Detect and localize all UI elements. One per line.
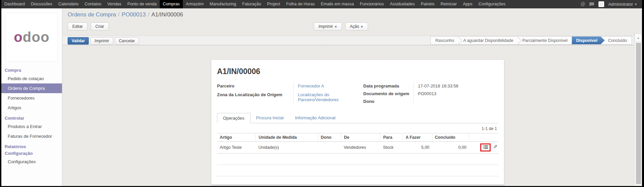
menu-item-painéis[interactable]: Painéis: [418, 0, 438, 8]
chevron-down-icon: ▼: [360, 25, 363, 28]
menu-item-discussões[interactable]: Discussões: [28, 0, 55, 8]
sidebar-item-artigos[interactable]: Artigos: [1, 103, 62, 113]
notebook-tabs: OperaçõesProcura InicialInformação Adici…: [217, 113, 498, 123]
menu-item-funcionários[interactable]: Funcionários: [357, 0, 387, 8]
more-actions-group: Imprimir▼ Ação▼: [314, 22, 370, 30]
form-field-row: Data programada17-07-2018 16:33:56: [363, 82, 486, 90]
scrollbar-thumb[interactable]: [636, 43, 641, 184]
sidebar-item-ordens-de-compra[interactable]: Ordens de Compra: [1, 83, 62, 93]
menu-item-reiniciar[interactable]: Reiniciar: [438, 0, 460, 8]
avatar[interactable]: [598, 1, 604, 7]
field-label: Zona da Localização de Origem: [217, 91, 293, 105]
sidebar-section-compra: Compra: [1, 65, 62, 74]
print-dropdown-button[interactable]: Imprimir▼: [314, 22, 342, 30]
menu-item-manufacturing[interactable]: Manufacturing: [207, 0, 239, 8]
field-label: Parceiro: [217, 82, 293, 91]
sidebar-item-configurações[interactable]: Configurações: [1, 157, 62, 167]
menu-item-folha-de-horas[interactable]: Folha de Horas: [283, 0, 317, 8]
top-menu-bar: DashboardDiscussõesCalendárioContatosVen…: [1, 0, 642, 8]
cell: 5,00: [403, 142, 432, 153]
user-menu[interactable]: Administrator ▼: [608, 2, 637, 7]
column-header-A Fazer: A Fazer: [403, 133, 432, 142]
cell: Artigo Teste: [217, 142, 256, 153]
sidebar-section-controlar: Controlar: [1, 113, 62, 122]
empty-row-separator: [217, 176, 498, 176]
table-row[interactable]: Artigo TesteUnidade(s)VendedoresStock5,0…: [217, 142, 498, 153]
validar-button[interactable]: Validar: [68, 37, 89, 45]
breadcrumb-link[interactable]: Ordens de Compra: [68, 11, 116, 18]
menu-item-calendário[interactable]: Calendário: [55, 0, 81, 8]
fields-left: ParceiroFornecedor AZona da Localização …: [217, 82, 363, 105]
user-name: Administrator: [608, 2, 633, 7]
form-field-row: Zona da Localização de OrigemLocalizaçõe…: [217, 91, 363, 105]
sidebar: odoo CompraPedido de cotaçaoOrdens de Co…: [1, 8, 62, 186]
vertical-scrollbar[interactable]: ▲: [634, 34, 642, 186]
menu-item-dashboard[interactable]: Dashboard: [1, 0, 28, 8]
menu-item-faturação[interactable]: Faturação: [239, 0, 264, 8]
field-value: Localizações do Parceiro/Vendedores: [293, 91, 363, 105]
action-dropdown-button[interactable]: Ação▼: [345, 22, 368, 30]
menu-item-emails-em-massa[interactable]: Emails em massa: [318, 0, 357, 8]
form-field-row: ParceiroFornecedor A: [217, 82, 363, 91]
sidebar-section-configuração: Configuração: [1, 150, 62, 157]
tab-procura-inicial[interactable]: Procura Inicial: [251, 113, 289, 123]
sidebar-nav: CompraPedido de cotaçaoOrdens de CompraF…: [1, 65, 62, 167]
status-state-a-aguardar-disponibilidade[interactable]: A aguardar Disponibilidade: [458, 37, 518, 44]
sidebar-item-faturas-de-fornecedor[interactable]: Faturas de Fornecedor: [1, 131, 62, 141]
pager: 1-1 de 1: [217, 123, 498, 133]
menu-item-vendas[interactable]: Vendas: [104, 0, 125, 8]
tab-informação-adicional[interactable]: Informação Adicional: [289, 113, 341, 123]
cancelar-button[interactable]: Cancelar: [115, 37, 139, 45]
column-header-De: De: [341, 133, 380, 142]
status-state-disponível[interactable]: Disponível: [572, 37, 604, 44]
menu-item-apps[interactable]: Apps: [460, 0, 476, 8]
menu-item-configurações[interactable]: Configurações: [476, 0, 509, 8]
form-sheet: A1/IN/00006 ParceiroFornecedor AZona da …: [211, 59, 504, 186]
field-value: 17-07-2018 16:33:56: [414, 82, 486, 90]
column-header-Dono: Dono: [318, 133, 341, 142]
chevron-down-icon: ▼: [334, 25, 337, 28]
column-header-actions: [469, 133, 498, 142]
menu-item-assiduidades[interactable]: Assiduidades: [387, 0, 418, 8]
cell: Unidade(s): [256, 142, 318, 153]
edit-pencil-icon[interactable]: ✎: [493, 144, 498, 150]
column-header-Concluído: Concluído: [432, 133, 469, 142]
field-value: PO00013: [414, 90, 486, 98]
menu-item-project[interactable]: Project: [264, 0, 283, 8]
sidebar-section-relatórios: Relatórios: [1, 141, 62, 150]
empty-row-separator: [217, 165, 498, 165]
sidebar-item-fornecedores[interactable]: Fornecedores: [1, 93, 62, 103]
sidebar-item-produtos-a-entrar[interactable]: Produtos a Entrar: [1, 122, 62, 131]
imprimir-button[interactable]: Imprimir: [90, 37, 113, 45]
field-value: Fornecedor A: [293, 82, 363, 91]
tab-operações[interactable]: Operações: [217, 113, 251, 123]
create-button[interactable]: Criar: [91, 22, 109, 30]
section-divider: [211, 184, 504, 186]
status-state-parcialmente-disponível[interactable]: Parcialmente Disponível: [518, 37, 572, 44]
breadcrumb-current: A1/IN/00006: [151, 11, 183, 18]
scroll-up-button[interactable]: ▲: [635, 34, 642, 42]
view-list-icon[interactable]: [483, 145, 488, 149]
sidebar-item-pedido-de-cotaçao[interactable]: Pedido de cotaçao: [1, 74, 62, 83]
menu-item-contatos[interactable]: Contatos: [82, 0, 104, 8]
form-field-row: Documento de origemPO00013: [363, 90, 486, 98]
breadcrumb-link[interactable]: PO00013: [122, 11, 146, 18]
fields-right: Data programada17-07-2018 16:33:56Docume…: [363, 82, 486, 105]
menu-item-armazém[interactable]: Armazém: [183, 0, 207, 8]
menu-item-ponto-de-venda[interactable]: Ponto de venda: [124, 0, 160, 8]
operations-table: ArtigoUnidade de MedidaDonoDeParaA Fazer…: [217, 133, 498, 153]
breadcrumb: Ordens de Compra/PO00013/A1/IN/00006: [68, 11, 642, 18]
field-value-link[interactable]: Localizações do Parceiro/Vendedores: [298, 92, 339, 102]
main-area: Ordens de Compra/PO00013/A1/IN/00006 Edi…: [62, 8, 642, 186]
cell: [318, 142, 341, 153]
menu-item-compras[interactable]: Compras: [160, 0, 183, 8]
edit-button[interactable]: Editar: [68, 22, 87, 30]
workflow-buttons: ValidarImprimirCancelar: [68, 38, 141, 44]
field-value-link[interactable]: Fornecedor A: [298, 83, 324, 88]
control-strip: ValidarImprimirCancelar RascunhoA aguard…: [62, 36, 634, 45]
breadcrumb-separator: /: [148, 11, 149, 18]
mentions-icon[interactable]: @: [580, 0, 585, 8]
status-state-concluído[interactable]: Concluído: [603, 37, 632, 44]
action-row: Editar Criar Imprimir▼ Ação▼: [68, 22, 642, 32]
chat-icon[interactable]: [589, 2, 594, 7]
